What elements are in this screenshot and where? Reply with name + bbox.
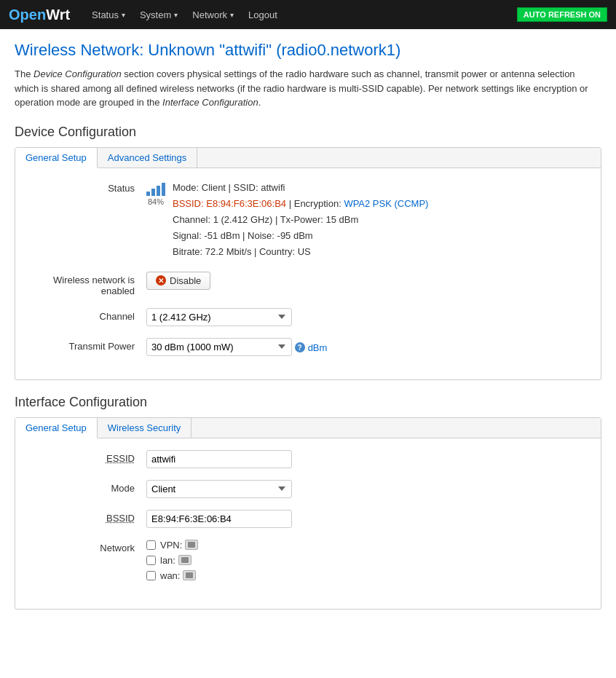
bssid-control [146,510,586,528]
interface-config-tab-content: ESSID Mode Client Access Point Ad-Hoc Mo… [15,438,601,609]
network-arrow-icon: ▾ [230,11,234,19]
status-mode-ssid: Mode: Client | SSID: attwifi [173,180,428,196]
mode-select[interactable]: Client Access Point Ad-Hoc Monitor [146,480,292,498]
network-wan-checkbox[interactable] [146,571,156,580]
bssid-input[interactable] [146,510,292,528]
status-signal-noise: Signal: -51 dBm | Noise: -95 dBm [173,228,428,244]
network-vpn-icon [185,540,198,550]
network-lan-icon [178,555,191,565]
channel-select[interactable]: 1 (2.412 GHz) auto 6 (2.437 GHz) 11 (2.4… [146,308,292,326]
intro-text: The Device Configuration section covers … [15,67,601,110]
network-lan-label: lan: [160,555,191,566]
network-wan-icon [183,570,196,580]
status-bitrate: Bitrate: 72.2 Mbit/s | Country: US [173,244,428,260]
network-control: VPN: lan: wan: [146,540,586,586]
brand-wrt: Wrt [46,7,70,23]
status-enc-label: Encryption: [294,198,344,209]
signal-icon: 84% [146,180,165,206]
transmit-power-control: 30 dBm (1000 mW) 20 dBm (100 mW) 10 dBm … [146,338,586,356]
status-enc-value: WPA2 PSK (CCMP) [344,198,428,209]
network-vpn-text: VPN: [160,540,182,551]
network-vpn-checkbox[interactable] [146,540,156,550]
status-info: Mode: Client | SSID: attwifi BSSID: E8:9… [173,180,428,260]
essid-row: ESSID [30,450,586,468]
tab-wireless-security[interactable]: Wireless Security [98,418,191,438]
page-title: Wireless Network: Unknown "attwifi" (rad… [15,41,601,60]
network-wan-row: wan: [146,570,586,581]
network-lan-checkbox[interactable] [146,556,156,565]
mode-label: Mode [30,480,146,494]
auto-refresh-badge: AUTO REFRESH ON [517,7,607,22]
status-control: 84% Mode: Client | SSID: attwifi BSSID: … [146,180,586,260]
mode-row: Mode Client Access Point Ad-Hoc Monitor [30,480,586,498]
device-config-tabs-container: General Setup Advanced Settings Status [15,147,601,380]
wireless-enabled-row: Wireless network is enabled ✕ Disable [30,272,586,296]
network-vpn-row: VPN: [146,540,586,551]
bssid-row: BSSID [30,510,586,528]
help-circle-icon: ? [295,342,305,352]
status-arrow-icon: ▾ [122,11,125,19]
network-wan-text: wan: [160,570,180,581]
nav-system[interactable]: System ▾ [133,9,185,20]
wireless-enabled-control: ✕ Disable [146,272,586,290]
signal-bar-3 [157,186,160,196]
network-lan-text: lan: [160,555,175,566]
disable-button[interactable]: ✕ Disable [146,272,210,290]
network-label: Network [30,540,146,553]
bssid-label: BSSID [30,510,146,524]
signal-percent: 84% [148,197,164,206]
status-channel: Channel: 1 (2.412 GHz) | Tx-Power: 15 dB… [173,212,428,228]
nav-status[interactable]: Status ▾ [84,9,133,20]
disable-label: Disable [170,275,201,286]
status-bssid-enc: BSSID: E8:94:F6:3E:06:B4 | Encryption: W… [173,196,428,212]
mode-control: Client Access Point Ad-Hoc Monitor [146,480,586,498]
channel-row: Channel 1 (2.412 GHz) auto 6 (2.437 GHz)… [30,308,586,326]
network-lan-row: lan: [146,555,586,566]
page-content: Wireless Network: Unknown "attwifi" (rad… [0,29,616,636]
transmit-power-select[interactable]: 30 dBm (1000 mW) 20 dBm (100 mW) 10 dBm … [146,338,292,356]
disable-icon: ✕ [156,275,166,285]
status-bssid: BSSID: E8:94:F6:3E:06:B4 [173,198,286,209]
network-vpn-label: VPN: [160,540,198,551]
status-label: Status [30,180,146,194]
network-row: Network VPN: lan: [30,540,586,586]
dbm-label: dBm [308,342,328,353]
signal-bar-4 [162,183,165,196]
wireless-enabled-label: Wireless network is enabled [30,272,146,296]
signal-bar-1 [146,192,150,196]
status-separator: | [289,198,294,209]
tab-device-general-setup[interactable]: General Setup [15,148,98,168]
brand-logo[interactable]: OpenWrt [9,7,70,23]
essid-input[interactable] [146,450,292,468]
transmit-power-label: Transmit Power [30,338,146,352]
network-wan-label: wan: [160,570,196,581]
essid-control [146,450,586,468]
nav-network[interactable]: Network ▾ [185,9,241,20]
status-row: Status 84% Mode [30,180,586,260]
tab-device-advanced-settings[interactable]: Advanced Settings [98,148,197,167]
nav-logout[interactable]: Logout [241,9,285,20]
navbar: OpenWrt Status ▾ System ▾ Network ▾ Logo… [0,0,616,29]
tab-interface-general-setup[interactable]: General Setup [15,418,98,438]
dbm-link[interactable]: ? dBm [295,342,328,353]
essid-label: ESSID [30,450,146,464]
channel-control: 1 (2.412 GHz) auto 6 (2.437 GHz) 11 (2.4… [146,308,586,326]
device-config-title: Device Configuration [15,125,601,140]
device-config-tabs-header: General Setup Advanced Settings [15,148,601,168]
transmit-power-row: Transmit Power 30 dBm (1000 mW) 20 dBm (… [30,338,586,356]
status-block: 84% Mode: Client | SSID: attwifi BSSID: … [146,180,586,260]
device-config-tab-content: Status 84% Mode [15,168,601,379]
interface-config-tabs-header: General Setup Wireless Security [15,418,601,438]
signal-bars [146,180,165,196]
interface-config-tabs-container: General Setup Wireless Security ESSID Mo… [15,417,601,610]
interface-config-title: Interface Configuration [15,395,601,410]
brand-open: Open [9,7,46,23]
signal-bar-2 [151,189,155,196]
system-arrow-icon: ▾ [174,11,178,19]
channel-label: Channel [30,308,146,322]
